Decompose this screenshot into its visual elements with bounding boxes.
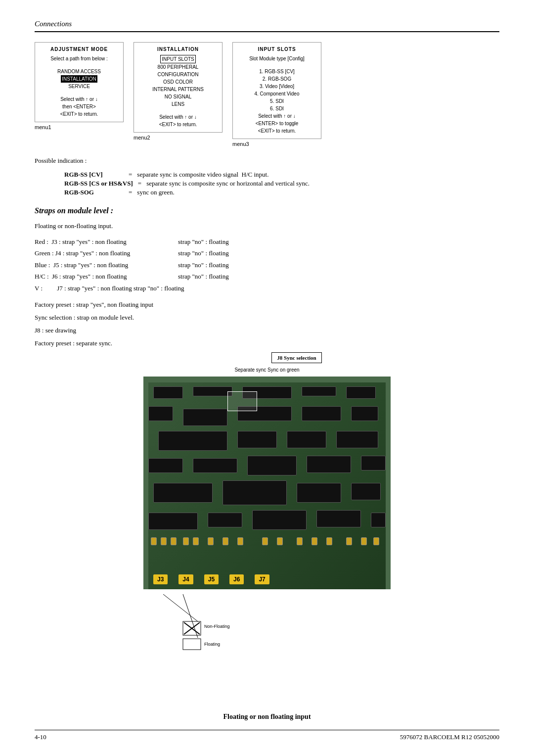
conn-j7: J7	[255, 574, 269, 584]
menu2-nav2: <EXIT> to return.	[139, 121, 217, 128]
strap-row-blue: Blue : J5 : strap "yes" : non floating s…	[35, 259, 499, 271]
annotation-svg: Non-Floating Floating	[134, 594, 391, 654]
rgb-table: RGB-SS [CV] = separate sync is composite…	[64, 171, 499, 196]
rgb-val-1: separate sync is composite video signal …	[137, 171, 268, 179]
rgb-row-2: RGB-SS [CS or HS&VS] = separate sync is …	[64, 180, 499, 188]
rgb-eq-3: =	[129, 189, 132, 196]
annotations: Non-Floating Floating	[138, 594, 396, 654]
menu2-peripheral: 800 PERIPHERAL	[139, 63, 217, 71]
conn-j5: J5	[204, 574, 219, 584]
strap-hc-left: H/C : J6 : strap "yes" : non floating	[35, 271, 163, 282]
menu2-slots: INPUT SLOTS	[139, 55, 217, 63]
diagram-area: J8 Sync selection Separate sync Sync on …	[138, 352, 396, 756]
menu-box-1: ADJUSTMENT MODE Select a path from below…	[35, 42, 124, 122]
strap-row-hc: H/C : J6 : strap "yes" : non floating st…	[35, 271, 499, 282]
menu-diagrams: ADJUSTMENT MODE Select a path from below…	[35, 42, 499, 147]
menu2-patterns: INTERNAL PATTERNS	[139, 86, 217, 93]
j8-note: J8 : see drawing	[35, 327, 499, 334]
svg-text:Non-Floating: Non-Floating	[204, 624, 230, 629]
menu1-label: menu1	[35, 124, 51, 130]
rgb-val-2: separate sync is composite sync or horiz…	[146, 180, 310, 188]
sync-selection: Sync selection : strap on module level.	[35, 314, 499, 322]
pcb-diagram: J3 J4 J5 J6 J7	[143, 377, 391, 589]
straps-title: Straps on module level :	[35, 206, 499, 215]
strap-green-left: Green : J4 : strap "yes" : non floating	[35, 247, 163, 259]
page-title: Connections	[35, 20, 499, 28]
menu1-title: ADJUSTMENT MODE	[40, 47, 118, 52]
menu3-slot-config: Slot Module type [Config]	[238, 55, 316, 62]
rgb-row-3: RGB-SOG = sync on green.	[64, 189, 499, 196]
conn-j4: J4	[178, 574, 193, 584]
factory-preset-1: Factory preset : strap "yes", non floati…	[35, 301, 499, 309]
strap-blue-right: strap "no" : floating	[178, 259, 277, 271]
strap-row-red: Red : J3 : strap "yes" : non floating st…	[35, 236, 499, 247]
rgb-key-2: RGB-SS [CS or HS&VS]	[64, 180, 133, 188]
menu1-nav1: Select with ↑ or ↓	[40, 95, 118, 103]
svg-rect-6	[183, 639, 201, 650]
menu2-nosignal: NO SIGNAL	[139, 93, 217, 100]
factory-preset-2: Factory preset : separate sync.	[35, 339, 499, 347]
rgb-eq-2: =	[138, 180, 141, 188]
menu3-item1: 1. RGB-SS [CV]	[238, 68, 316, 75]
menu-box-3: INPUT SLOTS Slot Module type [Config] 1.…	[232, 42, 321, 139]
menu1-installation: INSTALLATION	[40, 75, 118, 83]
menu-box-2: INSTALLATION INPUT SLOTS 800 PERIPHERAL …	[134, 42, 222, 133]
menu3-item2: 2. RGB-SOG	[238, 75, 316, 83]
menu3-item5: 5. SDI	[238, 97, 316, 105]
rgb-row-1: RGB-SS [CV] = separate sync is composite…	[64, 171, 499, 179]
straps-intro: Floating or non-floating input.	[35, 222, 499, 230]
menu2-nav1: Select with ↑ or ↓	[139, 113, 217, 121]
j8-overlay	[227, 391, 257, 411]
rgb-val-3: sync on green.	[137, 189, 174, 196]
possible-indication-label: Possible indication :	[35, 157, 499, 165]
strap-row-v: V : J7 : strap "yes" : non floating stra…	[35, 283, 499, 294]
menu2-lens: LENS	[139, 100, 217, 108]
header-rule	[35, 31, 499, 32]
menu1-random: RANDOM ACCESS	[40, 68, 118, 75]
svg-text:Floating: Floating	[204, 642, 220, 647]
rgb-key-1: RGB-SS [CV]	[64, 171, 124, 179]
strap-row-green: Green : J4 : strap "yes" : non floating …	[35, 247, 499, 259]
menu3-item4: 4. Component Video	[238, 90, 316, 97]
strap-table: Red : J3 : strap "yes" : non floating st…	[35, 236, 499, 294]
strap-red-right: strap "no" : floating	[178, 236, 277, 247]
footer-left: 4-10	[35, 733, 46, 741]
menu1-nav3: <EXIT> to return.	[40, 110, 118, 118]
rgb-key-3: RGB-SOG	[64, 189, 124, 196]
menu3-nav1: Select with ↑ or ↓	[238, 112, 316, 120]
menu2-title: INSTALLATION	[139, 47, 217, 52]
float-bottom-label: Floating or non floating input	[138, 713, 396, 721]
menu3-nav2: <ENTER> to toggle	[238, 120, 316, 127]
rgb-eq-1: =	[129, 171, 132, 179]
menu3-label: menu3	[232, 141, 249, 147]
conn-j3: J3	[153, 574, 168, 584]
strap-v-full: V : J7 : strap "yes" : non floating stra…	[35, 283, 184, 294]
j8-sync-label: J8 Sync selection	[271, 352, 321, 363]
menu1-service: SERVICE	[40, 83, 118, 90]
menu3-title: INPUT SLOTS	[238, 47, 316, 52]
conn-j6: J6	[229, 574, 244, 584]
menu3-nav3: <EXIT> to return.	[238, 127, 316, 135]
menu1-nav2: then <ENTER>	[40, 103, 118, 110]
menu3-item3: 3. Video [Video]	[238, 83, 316, 90]
strap-hc-right: strap "no" : floating	[178, 271, 277, 282]
strap-blue-left: Blue : J5 : strap "yes" : non floating	[35, 259, 163, 271]
bottom-connectors: J3 J4 J5 J6 J7	[153, 574, 269, 584]
menu3-item6: 6. SDI	[238, 105, 316, 112]
footer-right: 5976072 BARCOELM R12 05052000	[400, 733, 499, 741]
page-footer: 4-10 5976072 BARCOELM R12 05052000	[35, 730, 499, 741]
strap-red-left: Red : J3 : strap "yes" : non floating	[35, 236, 163, 247]
menu2-osd: OSD COLOR	[139, 78, 217, 86]
menu2-label: menu2	[134, 135, 150, 141]
strap-green-right: strap "no" : floating	[178, 247, 277, 259]
svg-line-0	[163, 594, 198, 621]
menu2-config: CONFIGURATION	[139, 71, 217, 78]
j8-sub: Separate sync Sync on green	[138, 367, 396, 373]
menu1-line1: Select a path from below :	[40, 55, 118, 62]
